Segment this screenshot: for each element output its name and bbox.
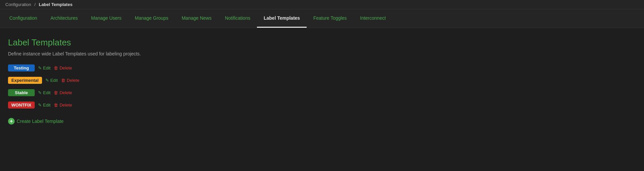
edit-button-testing[interactable]: Edit bbox=[38, 65, 50, 70]
main-content: Label Templates Define instance wide Lab… bbox=[0, 28, 644, 134]
breadcrumb-current: Label Templates bbox=[39, 2, 72, 7]
create-icon: + bbox=[8, 118, 15, 125]
edit-label-wontfix: Edit bbox=[43, 103, 50, 108]
delete-label-wontfix: Delete bbox=[59, 103, 72, 108]
edit-icon-stable bbox=[38, 90, 42, 95]
breadcrumb: Configuration / Label Templates bbox=[0, 0, 644, 9]
tab-label-templates[interactable]: Label Templates bbox=[257, 9, 307, 28]
delete-label-experimental: Delete bbox=[67, 78, 79, 83]
delete-button-experimental[interactable]: Delete bbox=[61, 78, 79, 83]
page-description: Define instance wide Label Templates use… bbox=[8, 51, 636, 56]
breadcrumb-parent: Configuration bbox=[5, 2, 31, 7]
tab-configuration[interactable]: Configuration bbox=[3, 9, 44, 28]
label-badge-testing: Testing bbox=[8, 64, 35, 71]
edit-button-wontfix[interactable]: Edit bbox=[38, 103, 50, 108]
label-badge-stable: Stable bbox=[8, 89, 35, 96]
tab-architectures[interactable]: Architectures bbox=[44, 9, 84, 28]
edit-label-stable: Edit bbox=[43, 90, 50, 95]
delete-button-wontfix[interactable]: Delete bbox=[54, 103, 72, 108]
edit-icon-testing bbox=[38, 65, 42, 70]
edit-button-experimental[interactable]: Edit bbox=[45, 78, 58, 83]
edit-label-testing: Edit bbox=[43, 65, 50, 70]
delete-button-stable[interactable]: Delete bbox=[54, 90, 72, 95]
edit-icon-experimental bbox=[45, 78, 49, 83]
delete-label-testing: Delete bbox=[59, 65, 72, 70]
tab-interconnect[interactable]: Interconnect bbox=[353, 9, 392, 28]
trash-icon-stable bbox=[54, 90, 58, 95]
delete-label-stable: Delete bbox=[59, 90, 72, 95]
trash-icon-testing bbox=[54, 65, 58, 70]
create-label-template-text: Create Label Template bbox=[17, 119, 64, 124]
label-row-stable: Stable Edit Delete bbox=[8, 89, 636, 96]
label-badge-wontfix: WONTFIX bbox=[8, 102, 35, 109]
delete-button-testing[interactable]: Delete bbox=[54, 65, 72, 70]
label-row-experimental: Experimental Edit Delete bbox=[8, 77, 636, 84]
edit-button-stable[interactable]: Edit bbox=[38, 90, 50, 95]
label-row-wontfix: WONTFIX Edit Delete bbox=[8, 102, 636, 109]
trash-icon-experimental bbox=[61, 78, 65, 83]
edit-label-experimental: Edit bbox=[50, 78, 58, 83]
tab-notifications[interactable]: Notifications bbox=[218, 9, 257, 28]
create-label-template-button[interactable]: + Create Label Template bbox=[8, 118, 64, 125]
page-title: Label Templates bbox=[8, 37, 636, 48]
tab-manage-groups[interactable]: Manage Groups bbox=[128, 9, 175, 28]
trash-icon-wontfix bbox=[54, 103, 58, 108]
edit-icon-wontfix bbox=[38, 103, 42, 108]
breadcrumb-separator: / bbox=[34, 2, 36, 7]
label-row-testing: Testing Edit Delete bbox=[8, 64, 636, 71]
tab-manage-users[interactable]: Manage Users bbox=[84, 9, 128, 28]
nav-tabs: Configuration Architectures Manage Users… bbox=[0, 9, 644, 28]
tab-feature-toggles[interactable]: Feature Toggles bbox=[307, 9, 353, 28]
label-badge-experimental: Experimental bbox=[8, 77, 42, 84]
tab-manage-news[interactable]: Manage News bbox=[175, 9, 218, 28]
